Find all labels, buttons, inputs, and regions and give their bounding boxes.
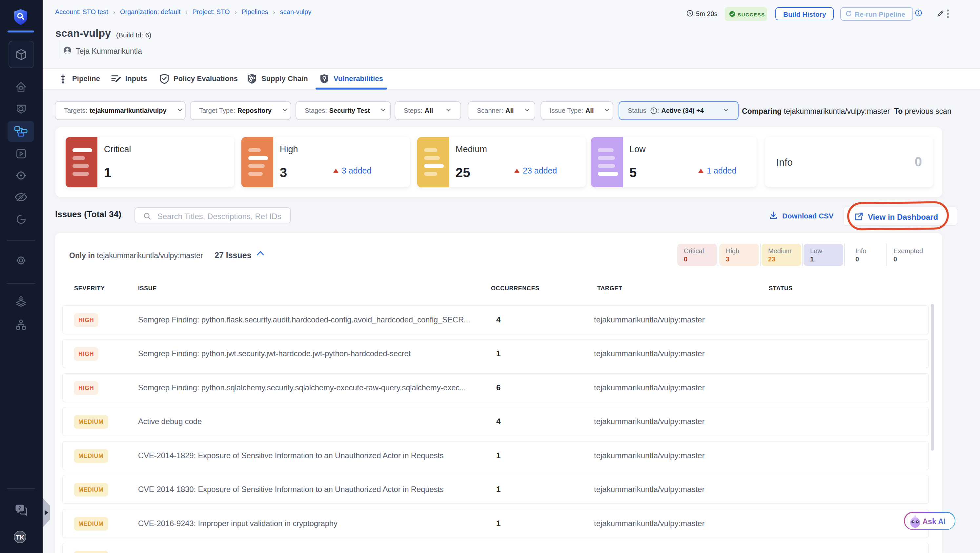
svg-text:?: ? [18,505,21,511]
